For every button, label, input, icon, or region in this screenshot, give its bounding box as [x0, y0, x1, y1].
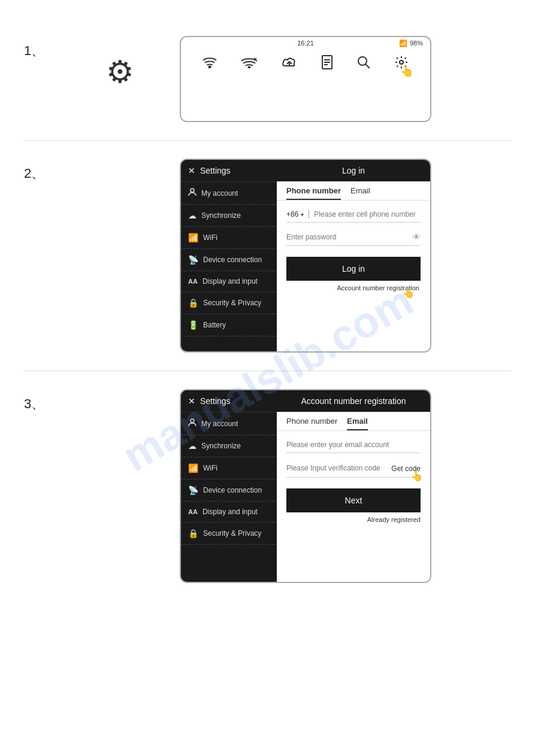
settings-sidebar-3: ✕ Settings My a: [181, 390, 277, 582]
sidebar-list-3: My account ☁ Synchronize 📶 WiFi: [181, 412, 277, 545]
password-input-row: 👁: [286, 229, 421, 246]
sidebar-item-security-3[interactable]: 🔒 Security & Privacy: [181, 523, 277, 545]
sidebar-item-myaccount-2[interactable]: My account: [181, 182, 277, 205]
eye-icon-2[interactable]: 👁: [412, 232, 421, 242]
wifi-label-2: WiFi: [203, 233, 217, 242]
form-area-2: +86 ▾ 👁: [277, 201, 430, 351]
step-2-number: 2、: [24, 159, 60, 183]
verification-row-3: Get code 👆: [286, 459, 421, 478]
sync-icon-2: ☁: [188, 211, 197, 220]
cursor-hand-3: 👆: [411, 470, 423, 482]
sidebar-item-wifi-3[interactable]: 📶 WiFi: [181, 457, 277, 479]
already-registered-3[interactable]: Already registered: [286, 516, 421, 523]
tab-email-3[interactable]: Email: [347, 417, 368, 430]
cursor-hand-2: 👆: [403, 287, 415, 299]
device-label-2: Device connection: [203, 256, 262, 264]
password-row-2: 👁: [286, 229, 421, 246]
settings-gear-icon: ⚙: [106, 54, 134, 90]
settings-screen-2: ✕ Settings My a: [181, 160, 430, 351]
step-3-number: 3、: [24, 389, 60, 413]
svg-point-13: [191, 419, 194, 423]
settings-header-3: ✕ Settings: [181, 390, 277, 412]
device-icon-3: 📡: [188, 485, 198, 495]
sidebar-list-2: My account ☁ Synchronize 📶 WiFi: [181, 182, 277, 336]
security-icon-3: 🔒: [188, 529, 198, 538]
tab-row-2: Phone number Email: [277, 181, 430, 201]
step-1-number: 1、: [24, 36, 60, 60]
security-label-3: Security & Privacy: [203, 529, 261, 538]
settings-sidebar-2: ✕ Settings My a: [181, 160, 277, 351]
svg-point-1: [249, 67, 250, 69]
tablet-content-1: [181, 79, 430, 121]
sync-label-3: Synchronize: [201, 442, 241, 450]
step-1-right: 16:21 📶 98%: [180, 36, 511, 122]
settings-title-2: Settings: [200, 166, 231, 175]
svg-point-9: [358, 57, 367, 65]
main-panel-2: Log in Phone number Email +86 ▾: [277, 160, 430, 351]
step-3-row: 3、 ✕ Settings: [24, 389, 511, 601]
tablet-frame-3: ✕ Settings My a: [180, 389, 431, 583]
verification-input-3[interactable]: [286, 464, 391, 472]
sidebar-item-battery-2[interactable]: 🔋 Battery: [181, 314, 277, 336]
status-icons: 📶 98%: [399, 40, 423, 47]
display-label-3: Display and input: [202, 508, 258, 516]
sync-label-2: Synchronize: [201, 211, 241, 220]
tablet-frame-2: ✕ Settings My a: [180, 159, 431, 353]
wifi-icon-3: 📶: [188, 463, 198, 473]
phone-row-2: +86 ▾: [286, 207, 421, 223]
sidebar-item-device-3[interactable]: 📡 Device connection: [181, 479, 277, 502]
sidebar-item-myaccount-3[interactable]: My account: [181, 412, 277, 435]
email-input-3[interactable]: [286, 437, 421, 453]
register-link-2[interactable]: Account number registration 👆: [286, 284, 421, 292]
sync-icon-3: ☁: [188, 441, 197, 451]
battery-status: 98%: [410, 40, 423, 47]
step-1-left: ⚙: [60, 36, 180, 108]
sidebar-item-sync-2[interactable]: ☁ Synchronize: [181, 205, 277, 227]
tab-phone-2[interactable]: Phone number: [286, 186, 341, 200]
nav-document-icon[interactable]: [321, 55, 333, 73]
phone-input-2[interactable]: [314, 210, 421, 218]
panel-title-2: Log in: [277, 160, 430, 181]
phone-input-row: +86 ▾: [286, 207, 421, 223]
sidebar-item-display-3[interactable]: AA Display and input: [181, 502, 277, 523]
next-button-3[interactable]: Next: [286, 488, 421, 512]
security-icon-2: 🔒: [188, 298, 198, 308]
tab-phone-3[interactable]: Phone number: [286, 417, 337, 430]
get-code-container: Get code 👆: [391, 463, 421, 473]
login-button-2[interactable]: Log in: [286, 257, 421, 281]
display-icon-2: AA: [188, 278, 198, 285]
tablet-frame-1: 16:21 📶 98%: [180, 36, 431, 122]
step-2-row: 2、 ✕ Settings: [24, 159, 511, 371]
sidebar-item-device-2[interactable]: 📡 Device connection: [181, 249, 277, 271]
step-2-left: [60, 159, 180, 230]
sidebar-item-security-2[interactable]: 🔒 Security & Privacy: [181, 292, 277, 314]
divider-2: [309, 210, 309, 218]
nav-search-icon[interactable]: [357, 56, 370, 72]
myaccount-icon-3: [188, 418, 197, 429]
battery-label-2: Battery: [203, 321, 226, 329]
close-icon-3[interactable]: ✕: [188, 396, 195, 406]
display-label-2: Display and input: [202, 277, 258, 286]
nav-wifi-alt-icon[interactable]: [241, 56, 258, 72]
nav-settings-icon[interactable]: 👆: [394, 55, 409, 73]
wifi-status-icon: 📶: [399, 40, 407, 47]
sidebar-item-wifi-2[interactable]: 📶 WiFi: [181, 227, 277, 249]
form-area-3: Get code 👆 Next Already registered: [277, 431, 430, 582]
step-3-right: ✕ Settings My a: [180, 389, 511, 583]
sidebar-item-display-2[interactable]: AA Display and input: [181, 271, 277, 292]
svg-point-11: [400, 60, 403, 64]
password-input-2[interactable]: [286, 233, 412, 241]
nav-cloud-icon[interactable]: [282, 56, 297, 72]
tablet-nav-bar: 👆: [181, 49, 430, 79]
tab-email-2[interactable]: Email: [350, 186, 370, 200]
nav-wifi-icon[interactable]: [202, 56, 217, 72]
sidebar-item-sync-3[interactable]: ☁ Synchronize: [181, 435, 277, 457]
wifi-icon-2: 📶: [188, 233, 198, 242]
settings-header-2: ✕ Settings: [181, 160, 277, 182]
cursor-hand-1: 👆: [400, 65, 413, 78]
settings-screen-3: ✕ Settings My a: [181, 390, 430, 582]
close-icon-2[interactable]: ✕: [188, 166, 195, 175]
step-2-right: ✕ Settings My a: [180, 159, 511, 353]
myaccount-label-3: My account: [201, 420, 238, 428]
device-icon-2: 📡: [188, 255, 198, 265]
